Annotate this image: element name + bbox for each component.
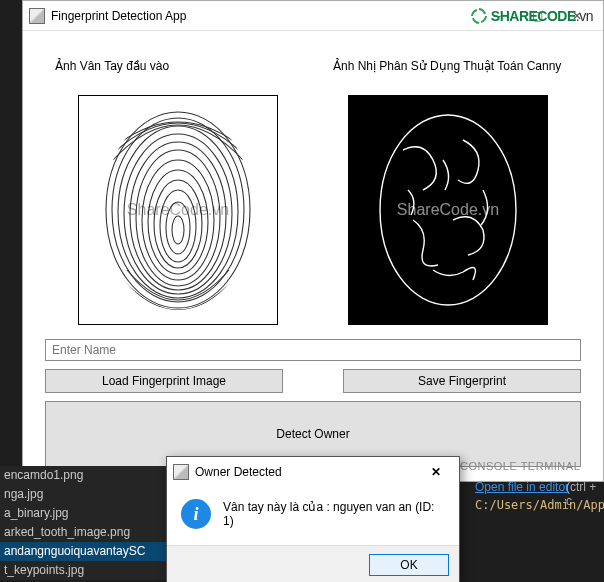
- name-input[interactable]: [45, 339, 581, 361]
- svg-point-12: [172, 216, 184, 244]
- file-item[interactable]: encamdo1.png: [0, 466, 170, 485]
- input-fingerprint-image: ShareCode.vn: [78, 95, 278, 325]
- file-item[interactable]: t_keypoints.jpg: [0, 561, 170, 580]
- image-row: ShareCode.vn ShareCo: [45, 95, 581, 325]
- svg-point-4: [124, 134, 232, 294]
- sharecode-logo-suffix: .vn: [576, 8, 593, 24]
- open-in-editor-link[interactable]: Open file in editor: [475, 480, 569, 494]
- canny-edge-image: ShareCode.vn: [348, 95, 548, 325]
- svg-point-13: [380, 115, 516, 305]
- edge-map-icon: [363, 100, 533, 320]
- fingerprint-icon: [93, 100, 263, 320]
- file-item[interactable]: a_binary.jpg: [0, 504, 170, 523]
- dialog-message: Vân tay này là của : nguyen van an (ID: …: [223, 500, 445, 528]
- sharecode-logo-text: SHARECODE: [491, 8, 576, 24]
- dialog-ok-button[interactable]: OK: [369, 554, 449, 576]
- terminal-tabs[interactable]: CONSOLE TERMINAL: [460, 460, 580, 472]
- svg-point-11: [166, 202, 190, 254]
- button-row-1: Load Fingerprint Image Save Fingerprint: [45, 369, 581, 393]
- file-item[interactable]: arked_tooth_image.png: [0, 523, 170, 542]
- dialog-title: Owner Detected: [195, 465, 419, 479]
- svg-point-8: [148, 170, 208, 274]
- owner-detected-dialog: Owner Detected ✕ i Vân tay này là của : …: [166, 456, 460, 582]
- dialog-close-button[interactable]: ✕: [419, 459, 453, 485]
- file-item[interactable]: nga.jpg: [0, 485, 170, 504]
- canny-image-label: Ảnh Nhị Phân Sử Dụng Thuật Toán Canny: [303, 59, 581, 73]
- terminal-path: C:/Users/Admin/AppData/: [475, 498, 604, 512]
- image-labels-row: Ảnh Vân Tay đầu vào Ảnh Nhị Phân Sử Dụng…: [45, 59, 581, 73]
- dialog-body: i Vân tay này là của : nguyen van an (ID…: [167, 487, 459, 545]
- svg-point-10: [160, 190, 196, 262]
- window-title: Fingerprint Detection App: [51, 9, 477, 23]
- sharecode-logo-icon: [470, 7, 488, 28]
- dialog-footer: OK: [167, 545, 459, 582]
- app-icon: [29, 8, 45, 24]
- load-fingerprint-button[interactable]: Load Fingerprint Image: [45, 369, 283, 393]
- save-fingerprint-button[interactable]: Save Fingerprint: [343, 369, 581, 393]
- app-window: Fingerprint Detection App – ▢ ✕ Ảnh Vân …: [22, 0, 604, 482]
- sharecode-logo: SHARECODE.vn: [470, 7, 593, 28]
- file-item-selected[interactable]: andangnguoiquavantaySC: [0, 542, 170, 561]
- info-icon: i: [181, 499, 211, 529]
- svg-point-9: [154, 180, 202, 268]
- dialog-icon: [173, 464, 189, 480]
- dialog-titlebar: Owner Detected ✕: [167, 457, 459, 487]
- input-image-label: Ảnh Vân Tay đầu vào: [45, 59, 303, 73]
- file-explorer-list: encamdo1.png nga.jpg a_binary.jpg arked_…: [0, 466, 170, 580]
- window-content: Ảnh Vân Tay đầu vào Ảnh Nhị Phân Sử Dụng…: [23, 31, 603, 481]
